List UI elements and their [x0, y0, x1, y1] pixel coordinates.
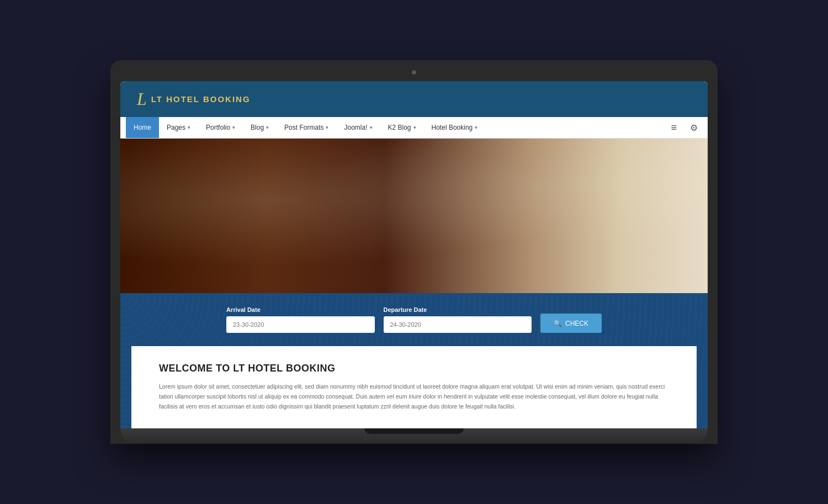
- chevron-icon: ▾: [266, 125, 269, 130]
- booking-wrapper: Arrival Date Departure Date 🔍 CHECK: [120, 293, 708, 428]
- booking-inner: Arrival Date Departure Date 🔍 CHECK: [120, 293, 708, 346]
- svg-rect-8: [250, 251, 320, 293]
- nav-item-pages[interactable]: Pages ▾: [159, 117, 198, 138]
- logo-text: LT HOTEL BOOKING: [151, 94, 251, 104]
- svg-rect-14: [390, 236, 443, 269]
- svg-point-5: [279, 210, 326, 269]
- welcome-title: WELCOME TO LT HOTEL BOOKING: [159, 363, 669, 374]
- laptop-shell: L LT HOTEL BOOKING Home Pages ▾ Portfoli…: [110, 60, 718, 444]
- nav-item-hotel-booking[interactable]: Hotel Booking ▾: [424, 117, 486, 138]
- departure-input[interactable]: [384, 316, 532, 333]
- svg-rect-12: [314, 216, 537, 293]
- arrival-group: Arrival Date: [226, 306, 375, 333]
- welcome-body: Lorem ipsum dolor sit amet, consectetuer…: [159, 382, 669, 412]
- site-wrapper: L LT HOTEL BOOKING Home Pages ▾ Portfoli…: [120, 81, 708, 428]
- arrival-label: Arrival Date: [226, 306, 375, 313]
- svg-rect-2: [561, 139, 708, 293]
- chevron-icon: ▾: [232, 125, 235, 130]
- hamburger-icon[interactable]: ≡: [666, 118, 681, 138]
- svg-rect-1: [532, 139, 708, 293]
- hero-svg: [120, 139, 708, 293]
- svg-rect-9: [252, 275, 317, 280]
- svg-rect-26: [675, 240, 708, 254]
- chevron-icon: ▾: [326, 125, 328, 130]
- svg-point-21: [561, 243, 571, 253]
- chevron-icon: ▾: [413, 125, 416, 130]
- gear-icon[interactable]: ⚙: [686, 118, 702, 137]
- departure-label: Departure Date: [384, 306, 532, 313]
- nav-item-home[interactable]: Home: [126, 117, 159, 138]
- logo-letter: L: [137, 89, 147, 109]
- nav-bar: Home Pages ▾ Portfolio ▾ Blog ▾ Post For…: [120, 117, 708, 139]
- laptop-base: [120, 428, 708, 444]
- site-header: L LT HOTEL BOOKING: [120, 81, 708, 117]
- welcome-section: WELCOME TO LT HOTEL BOOKING Lorem ipsum …: [131, 346, 697, 428]
- chevron-icon: ▾: [475, 125, 477, 130]
- svg-point-7: [278, 263, 327, 274]
- search-icon: 🔍: [554, 320, 562, 327]
- svg-rect-11: [282, 236, 288, 254]
- svg-rect-17: [532, 257, 590, 294]
- svg-point-29: [505, 183, 511, 189]
- svg-rect-0: [120, 139, 708, 293]
- svg-rect-19: [560, 223, 562, 241]
- nav-item-portfolio[interactable]: Portfolio ▾: [198, 117, 243, 138]
- svg-point-27: [496, 172, 567, 189]
- departure-group: Departure Date: [384, 306, 532, 333]
- chevron-icon: ▾: [370, 125, 373, 130]
- svg-rect-4: [661, 139, 708, 293]
- svg-rect-6: [301, 210, 304, 234]
- booking-form: Arrival Date Departure Date 🔍 CHECK: [226, 306, 602, 333]
- nav-item-k2blog[interactable]: K2 Blog ▾: [380, 117, 424, 138]
- laptop-screen: L LT HOTEL BOOKING Home Pages ▾ Portfoli…: [120, 81, 708, 428]
- svg-point-28: [527, 176, 536, 185]
- chevron-icon: ▾: [188, 125, 190, 130]
- nav-item-blog[interactable]: Blog ▾: [243, 117, 277, 138]
- svg-rect-16: [502, 240, 532, 269]
- nav-right: ≡ ⚙: [666, 118, 702, 138]
- svg-rect-3: [532, 139, 567, 293]
- svg-rect-15: [452, 240, 499, 269]
- nav-item-joomla[interactable]: Joomla! ▾: [336, 117, 380, 138]
- svg-rect-24: [585, 260, 614, 287]
- laptop-camera: [412, 70, 416, 75]
- nav-item-post-formats[interactable]: Post Formats ▾: [277, 117, 336, 138]
- svg-point-30: [552, 183, 558, 189]
- logo-area: L LT HOTEL BOOKING: [137, 89, 251, 109]
- svg-rect-25: [678, 248, 708, 293]
- svg-point-18: [543, 223, 578, 268]
- check-button[interactable]: 🔍 CHECK: [540, 314, 602, 333]
- svg-rect-22: [314, 260, 537, 293]
- svg-rect-20: [564, 248, 569, 260]
- hero-image: [120, 139, 708, 293]
- arrival-input[interactable]: [226, 316, 375, 333]
- svg-rect-23: [585, 228, 614, 254]
- svg-point-10: [276, 250, 294, 256]
- svg-rect-13: [323, 236, 381, 269]
- check-button-label: CHECK: [565, 320, 588, 327]
